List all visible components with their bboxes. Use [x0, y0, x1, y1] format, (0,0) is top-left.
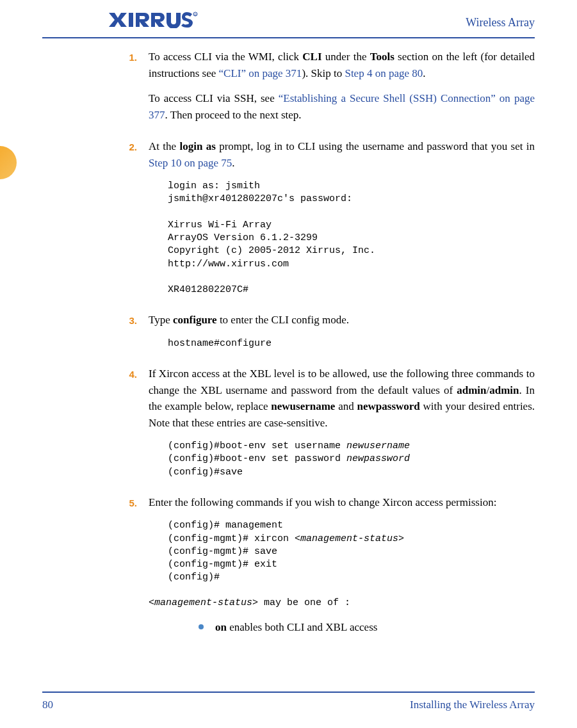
bullet-item: on enables both CLI and XBL access [199, 619, 535, 636]
page-tab-decoration [0, 146, 17, 179]
step-2-p1: At the login as prompt, log in to CLI us… [149, 138, 535, 171]
svg-rect-1 [129, 13, 133, 27]
page-header: R Wireless Array [42, 15, 535, 38]
step-2-code: login as: jsmith jsmith@xr4012802207c's … [168, 180, 535, 296]
step-number: 1. [106, 49, 149, 65]
step-3-code: hostname#configure [168, 337, 535, 350]
step-5-code: (config)# management (config-mgmt)# xirc… [168, 519, 535, 584]
main-content: 1. To access CLI via the WMI, click CLI … [106, 49, 535, 636]
step-1: 1. To access CLI via the WMI, click CLI … [106, 49, 535, 132]
step-number: 4. [106, 366, 149, 382]
header-title: Wireless Array [466, 14, 535, 31]
step-3-p1: Type configure to enter the CLI config m… [149, 312, 535, 328]
xirrus-logo: R [109, 12, 199, 28]
step-number: 2. [106, 138, 149, 155]
step-5-p2: <management-status> may be one of : [149, 594, 535, 611]
step-4-code: (config)#boot-env set username newuserna… [168, 440, 535, 479]
step-number: 5. [106, 494, 149, 511]
step-2: 2. At the login as prompt, log in to CLI… [106, 138, 535, 305]
svg-marker-0 [109, 13, 127, 27]
step-3: 3. Type configure to enter the CLI confi… [106, 312, 535, 359]
footer-section-title: Installing the Wireless Array [410, 697, 535, 713]
svg-text:R: R [194, 13, 197, 17]
step-1-p2: To access CLI via SSH, see “Establishing… [149, 90, 535, 123]
bullet-icon [199, 624, 204, 629]
step-5-p1: Enter the following commands if you wish… [149, 494, 535, 511]
page-footer: 80 Installing the Wireless Array [42, 692, 535, 713]
xirrus-logo-icon: R [109, 12, 199, 28]
step-4: 4. If Xircon access at the XBL level is … [106, 366, 535, 488]
step-number: 3. [106, 312, 149, 328]
bullet-text: on enables both CLI and XBL access [215, 619, 377, 636]
step-5: 5. Enter the following commands if you w… [106, 494, 535, 636]
step-4-p1: If Xircon access at the XBL level is to … [149, 366, 535, 431]
link-step-4-page-80[interactable]: Step 4 on page 80 [345, 67, 423, 79]
link-step-10-page-75[interactable]: Step 10 on page 75 [149, 157, 232, 169]
step-1-p1: To access CLI via the WMI, click CLI und… [149, 49, 535, 81]
link-cli-page-371[interactable]: “CLI” on page 371 [219, 67, 302, 79]
page-number: 80 [42, 697, 53, 713]
